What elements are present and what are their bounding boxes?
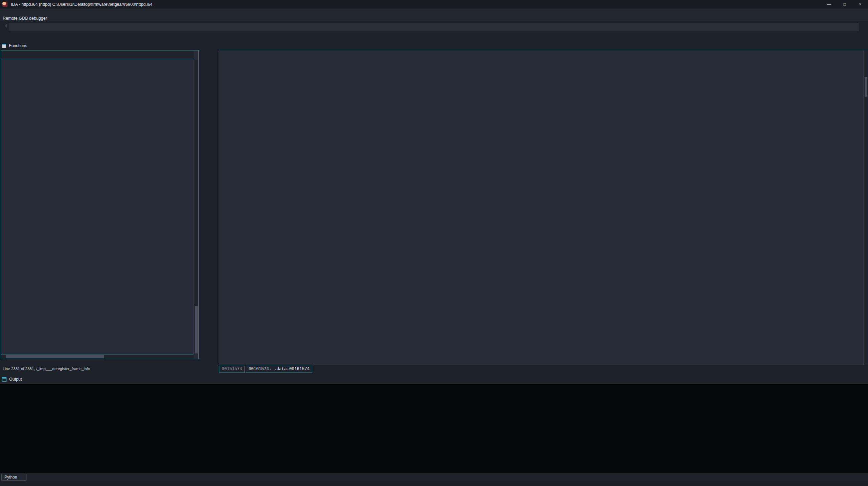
functions-panel: Functions Line 2381 of 2381, /_imp___der… <box>0 41 201 375</box>
output-panel-header[interactable]: Output <box>0 375 868 384</box>
status-bar <box>0 481 868 486</box>
ida-window: IDA - httpd.i64 (httpd) C:\Users\1i\Desk… <box>0 0 868 486</box>
navband-left-arrow-icon[interactable] <box>3 24 7 28</box>
debugger-selector[interactable]: Remote GDB debugger <box>3 16 60 21</box>
toolbar: Remote GDB debugger <box>0 15 868 21</box>
scrollbar-thumb[interactable] <box>6 355 104 358</box>
functions-table <box>1 50 199 359</box>
functions-panel-header[interactable]: Functions <box>0 41 201 50</box>
menu-bar <box>0 8 868 15</box>
disassembly-footer: 00151574 00161574: .data:00161574 <box>219 366 312 373</box>
output-panel-title: Output <box>9 377 22 382</box>
minimize-button[interactable]: — <box>821 0 837 8</box>
current-location-box: 00161574: .data:00161574 <box>246 366 312 373</box>
view-tab-bar <box>219 41 868 50</box>
ida-app-icon <box>2 2 7 7</box>
functions-table-header <box>1 50 194 59</box>
functions-horizontal-scrollbar[interactable] <box>1 354 194 359</box>
maximize-button[interactable]: □ <box>837 0 852 8</box>
file-offset-box: 00151574 <box>219 366 245 373</box>
window-title: IDA - httpd.i64 (httpd) C:\Users\1i\Desk… <box>11 2 153 7</box>
scrollbar-thumb[interactable] <box>865 77 867 97</box>
output-panel: Output Python <box>0 375 868 481</box>
output-log <box>0 384 868 473</box>
close-button[interactable]: × <box>852 0 868 8</box>
functions-vertical-scrollbar[interactable] <box>194 60 198 354</box>
functions-status-line: Line 2381 of 2381, /_imp___deregister_fr… <box>3 367 90 371</box>
scrollbar-thumb[interactable] <box>195 306 198 353</box>
output-panel-icon <box>2 377 6 382</box>
functions-table-body <box>1 60 194 354</box>
functions-panel-icon <box>2 44 6 48</box>
disassembly-view[interactable] <box>219 50 864 365</box>
disassembly-vertical-scrollbar[interactable] <box>864 50 868 365</box>
window-controls: —□× <box>821 0 868 8</box>
navigator-band[interactable] <box>8 22 859 31</box>
disassembly-panel: 00151574 00161574: .data:00161574 <box>219 41 868 375</box>
cli-selector[interactable]: Python <box>1 474 26 481</box>
functions-panel-title: Functions <box>9 43 27 48</box>
titlebar: IDA - httpd.i64 (httpd) C:\Users\1i\Desk… <box>0 0 868 8</box>
